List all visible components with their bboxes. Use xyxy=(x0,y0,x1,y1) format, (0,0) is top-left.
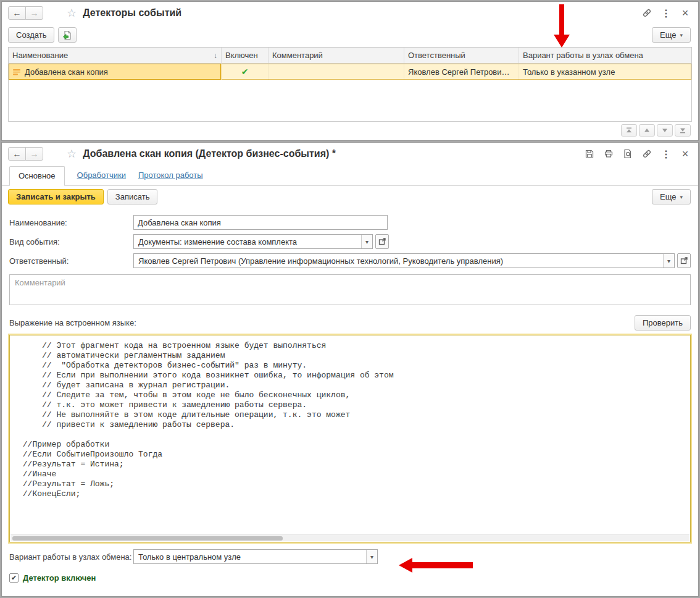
event-kind-row: Вид события: Документы: изменение состав… xyxy=(9,234,691,249)
code-line: //КонецЕсли; xyxy=(18,489,690,499)
code-line: // т.к. это может привести к замедлению … xyxy=(18,400,690,410)
chevron-down-icon: ▾ xyxy=(365,238,369,245)
table-empty-area xyxy=(9,80,691,121)
list-titlebar: ← → ☆ Детекторы событий ⋮ × xyxy=(2,2,698,24)
move-up-button[interactable] xyxy=(639,124,655,137)
column-header-comment[interactable]: Комментарий xyxy=(269,48,404,63)
sort-descending-icon: ↓ xyxy=(214,51,217,60)
back-button[interactable]: ← xyxy=(8,147,26,161)
open-icon xyxy=(680,257,688,264)
code-line: // будет записана в журнал регистрации. xyxy=(18,381,690,390)
code-line: // Не выполняйте в этом коде длительные … xyxy=(18,410,690,420)
print-icon[interactable] xyxy=(603,148,614,159)
save-and-close-button[interactable]: Записать и закрыть xyxy=(8,189,104,204)
favorite-star-icon[interactable]: ☆ xyxy=(67,7,77,19)
code-line xyxy=(18,430,690,440)
column-header-responsible[interactable]: Ответственный xyxy=(404,48,519,63)
table-header-row: Наименование ↓ Включен Комментарий Ответ… xyxy=(9,48,691,64)
move-up-icon xyxy=(643,127,651,134)
horizontal-scrollbar[interactable] xyxy=(10,534,690,541)
code-line: // Следите за тем, чтобы в этом коде не … xyxy=(18,390,690,400)
create-button[interactable]: Создать xyxy=(8,27,54,43)
forward-button[interactable]: → xyxy=(25,6,43,20)
chevron-down-icon: ▾ xyxy=(667,258,670,264)
back-button[interactable]: ← xyxy=(8,6,26,20)
link-icon[interactable] xyxy=(641,148,652,159)
expression-code-editor[interactable]: // Этот фрагмент кода на встроенном язык… xyxy=(9,335,691,542)
detail-tabs: Основное Обработчики Протокол работы xyxy=(2,165,698,186)
name-label: Наименование: xyxy=(9,218,133,227)
more-button[interactable]: Еще ▾ xyxy=(652,189,691,204)
preview-icon[interactable] xyxy=(622,148,633,159)
move-down-button[interactable] xyxy=(657,124,673,137)
cell-name[interactable]: Добавлена скан копия xyxy=(9,64,222,80)
more-button-label: Еще xyxy=(660,192,676,201)
code-line: // Этот фрагмент кода на встроенном язык… xyxy=(18,341,690,351)
responsible-row: Ответственный: Яковлев Сергей Петрович (… xyxy=(9,253,691,268)
expression-label: Выражение на встроенном языке: xyxy=(9,318,136,327)
tab-work-log[interactable]: Протокол работы xyxy=(138,171,203,185)
go-to-top-button[interactable] xyxy=(621,124,637,137)
code-line: // автоматически регламентным заданием xyxy=(18,351,690,361)
save-button[interactable]: Записать xyxy=(107,189,158,204)
responsible-dropdown-button[interactable]: ▾ xyxy=(663,254,674,267)
open-icon xyxy=(378,238,386,245)
responsible-combo[interactable]: Яковлев Сергей Петрович (Управление инфо… xyxy=(133,253,675,268)
forward-arrow-icon: → xyxy=(30,149,39,159)
detectors-table: Наименование ↓ Включен Комментарий Ответ… xyxy=(8,47,692,122)
check-expression-button[interactable]: Проверить xyxy=(635,315,691,331)
exchange-mode-row: Вариант работы в узлах обмена: Только в … xyxy=(9,549,691,564)
cell-comment[interactable] xyxy=(269,64,404,80)
chevron-down-icon: ▾ xyxy=(680,32,683,38)
column-header-name-label: Наименование xyxy=(12,51,68,60)
save-icon[interactable] xyxy=(584,148,595,159)
chevron-down-icon: ▾ xyxy=(680,194,683,200)
event-kind-dropdown-button[interactable]: ▾ xyxy=(361,235,372,248)
event-kind-combo[interactable]: Документы: изменение состава комплекта ▾ xyxy=(133,234,373,249)
name-input[interactable] xyxy=(133,215,388,230)
go-to-bottom-button[interactable] xyxy=(675,124,691,137)
kebab-menu-icon[interactable]: ⋮ xyxy=(660,7,672,19)
checkmark-icon: ✔ xyxy=(11,574,17,582)
close-icon[interactable]: × xyxy=(680,7,691,19)
table-row[interactable]: Добавлена скан копия ✔ Яковлев Сергей Пе… xyxy=(9,64,691,80)
expression-header-row: Выражение на встроенном языке: Проверить xyxy=(9,315,691,331)
list-title-icons: ⋮ × xyxy=(641,7,691,19)
responsible-open-button[interactable] xyxy=(677,253,691,268)
back-arrow-icon: ← xyxy=(13,8,22,18)
column-header-exchange-mode[interactable]: Вариант работы в узлах обмена xyxy=(519,48,691,63)
expression-code-text: // Этот фрагмент кода на встроенном язык… xyxy=(10,335,690,499)
more-button-label: Еще xyxy=(660,30,676,40)
more-button[interactable]: Еще ▾ xyxy=(652,27,691,43)
forward-arrow-icon: → xyxy=(30,8,39,18)
back-arrow-icon: ← xyxy=(13,149,22,159)
horizontal-scrollbar-thumb[interactable] xyxy=(12,536,283,541)
cell-exchange-mode[interactable]: Только в указанном узле xyxy=(519,64,691,80)
tab-handlers[interactable]: Обработчики xyxy=(77,171,126,185)
create-copy-icon xyxy=(62,30,72,40)
go-to-bottom-icon xyxy=(679,127,686,134)
comment-textarea[interactable] xyxy=(9,274,691,305)
code-line: //Результат = Истина; xyxy=(18,460,690,470)
detector-enabled-label[interactable]: Детектор включен xyxy=(23,573,96,583)
exchange-mode-value: Только в центральном узле xyxy=(134,550,366,563)
close-icon[interactable]: × xyxy=(680,148,691,159)
favorite-star-icon[interactable]: ☆ xyxy=(67,148,77,159)
exchange-mode-combo[interactable]: Только в центральном узле ▾ xyxy=(133,549,378,564)
event-kind-open-button[interactable] xyxy=(375,234,389,249)
tab-main[interactable]: Основное xyxy=(9,166,65,186)
forward-button[interactable]: → xyxy=(25,147,43,161)
kebab-menu-icon[interactable]: ⋮ xyxy=(660,148,672,159)
detector-enabled-checkbox[interactable]: ✔ xyxy=(9,573,19,583)
code-line: //Если СобытиеПроизошло Тогда xyxy=(18,450,690,460)
event-kind-label: Вид события: xyxy=(9,237,133,246)
list-window: ← → ☆ Детекторы событий ⋮ × Создать Еще … xyxy=(1,1,699,141)
column-header-enabled[interactable]: Включен xyxy=(222,48,269,63)
cell-responsible[interactable]: Яковлев Сергей Петрови… xyxy=(404,64,519,80)
detail-titlebar: ← → ☆ Добавлена скан копия (Детектор биз… xyxy=(2,143,698,165)
cell-enabled[interactable]: ✔ xyxy=(222,64,269,80)
link-icon[interactable] xyxy=(641,7,652,19)
create-copy-button[interactable] xyxy=(58,27,77,43)
exchange-mode-dropdown-button[interactable]: ▾ xyxy=(366,550,377,563)
column-header-name[interactable]: Наименование ↓ xyxy=(9,48,222,63)
